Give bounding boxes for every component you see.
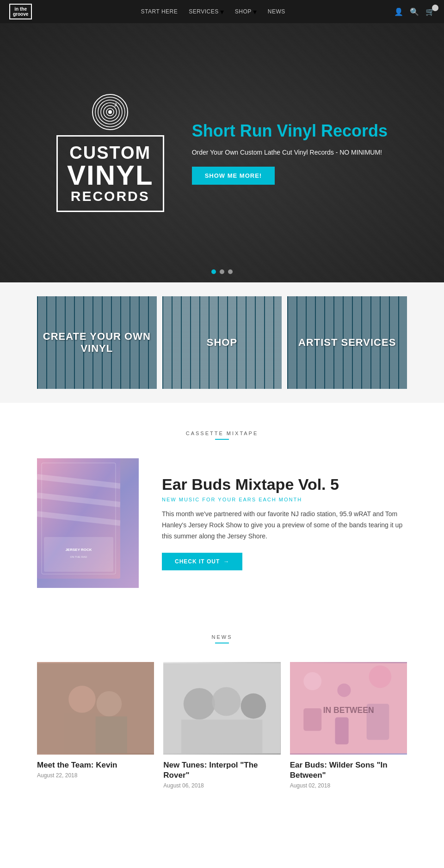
feature-section: CREATE YOUR OWNVINYL SHOP ARTIST SERVICE…: [0, 282, 444, 403]
feature-label-create-vinyl: CREATE YOUR OWNVINYL: [43, 331, 151, 355]
feature-label-artist-services: ARTIST SERVICES: [298, 337, 396, 349]
logo-line1: in the: [13, 6, 28, 12]
vinyl-logo-records: RECORDS: [67, 189, 154, 203]
feature-grid: CREATE YOUR OWNVINYL SHOP ARTIST SERVICE…: [37, 296, 407, 389]
news-card-title-1: Meet the Team: Kevin: [37, 760, 154, 770]
news-card-date-3: August 02, 2018: [290, 782, 407, 789]
svg-point-6: [108, 110, 112, 114]
news-card-3[interactable]: IN BETWEEN Ear Buds: Wilder Sons "In Bet…: [290, 662, 407, 789]
news-card-date-2: August 06, 2018: [163, 782, 280, 789]
news-img-svg-3: IN BETWEEN: [290, 662, 407, 755]
svg-point-17: [68, 686, 95, 712]
cassette-text-block: Ear Buds Mixtape Vol. 5 NEW MUSIC FOR YO…: [162, 476, 407, 571]
hero-cta-button[interactable]: SHOW ME MORE!: [192, 167, 275, 185]
nav-start-here[interactable]: START HERE: [141, 8, 178, 15]
svg-rect-13: [44, 537, 113, 572]
vinyl-logo-box: CUSTOM VINYL RECORDS: [56, 135, 164, 212]
svg-point-29: [369, 665, 391, 688]
cassette-cta-button[interactable]: CHECK IT OUT →: [162, 553, 242, 570]
chevron-down-icon: ▾: [220, 7, 224, 16]
cassette-section-underline: [215, 439, 229, 440]
svg-rect-19: [64, 713, 100, 754]
news-section-label: NEWS: [37, 634, 407, 640]
svg-text:ON THE RAD: ON THE RAD: [70, 556, 88, 558]
account-icon[interactable]: 👤: [394, 7, 403, 16]
cassette-section: CASSETTE MIXTAPE: [0, 403, 444, 611]
svg-text:JERSEY ROCK: JERSEY ROCK: [65, 548, 92, 552]
news-card-title-2: New Tunes: Interpol "The Rover": [163, 760, 280, 781]
svg-text:♪: ♪: [114, 100, 117, 108]
hero-background: ♪ CUSTOM VINYL RECORDS Short Run Vinyl R…: [0, 23, 444, 282]
news-card-date-1: August 22, 2018: [37, 772, 154, 779]
vinyl-logo-vinyl: VINYL: [67, 162, 154, 189]
vinyl-icon: ♪: [92, 94, 129, 131]
svg-point-23: [212, 687, 241, 716]
nav-news[interactable]: NEWS: [268, 8, 285, 15]
news-card-2[interactable]: New Tunes: Interpol "The Rover" August 0…: [163, 662, 280, 789]
cassette-subtitle: NEW MUSIC FOR YOUR EARS EACH MONTH: [162, 497, 407, 502]
slider-dot-2[interactable]: [220, 269, 224, 274]
arrow-icon: →: [223, 558, 229, 565]
svg-rect-30: [303, 708, 321, 731]
cassette-title: Ear Buds Mixtape Vol. 5: [162, 476, 407, 493]
news-card-title-3: Ear Buds: Wilder Sons "In Between": [290, 760, 407, 781]
search-icon[interactable]: 🔍: [410, 7, 419, 16]
news-image-2: [163, 662, 280, 755]
cassette-svg: JERSEY ROCK ON THE RAD: [37, 458, 120, 579]
feature-card-shop[interactable]: SHOP: [162, 296, 282, 389]
hero-subtitle: Order Your Own Custom Lathe Cut Vinyl Re…: [192, 148, 388, 157]
site-logo[interactable]: in the groove: [9, 4, 32, 19]
nav-shop[interactable]: SHOP ▾: [235, 7, 257, 16]
news-img-svg-1: [37, 662, 154, 755]
svg-text:IN BETWEEN: IN BETWEEN: [323, 706, 374, 715]
hero-text-block: Short Run Vinyl Records Order Your Own C…: [192, 121, 388, 184]
svg-rect-25: [181, 719, 262, 753]
header-icons: 👤 🔍 🛒 0: [394, 7, 435, 16]
svg-point-27: [303, 672, 321, 690]
chevron-down-icon: ▾: [253, 7, 257, 16]
svg-point-18: [97, 691, 122, 717]
slider-dot-1[interactable]: [211, 269, 216, 274]
news-image-3: IN BETWEEN: [290, 662, 407, 755]
svg-rect-20: [96, 717, 127, 754]
hero-logo-box: ♪ CUSTOM VINYL RECORDS: [56, 94, 164, 212]
nav-services[interactable]: SERVICES ▾: [189, 7, 223, 16]
cart-count: 0: [432, 5, 438, 11]
svg-point-24: [241, 693, 266, 719]
svg-point-28: [337, 683, 351, 697]
vinyl-logo-custom: CUSTOM: [67, 144, 154, 162]
cassette-description: This month we've partnered with our favo…: [162, 509, 407, 542]
hero-title: Short Run Vinyl Records: [192, 121, 388, 141]
cassette-section-label: CASSETTE MIXTAPE: [37, 431, 407, 436]
site-header: in the groove START HERE SERVICES ▾ SHOP…: [0, 0, 444, 23]
slider-dot-3[interactable]: [228, 269, 233, 274]
svg-point-22: [184, 688, 215, 719]
cassette-content: JERSEY ROCK ON THE RAD Ear Buds Mixtape …: [37, 458, 407, 588]
svg-rect-31: [335, 717, 348, 744]
cart-icon[interactable]: 🛒 0: [426, 7, 435, 16]
logo-line2: groove: [13, 12, 28, 17]
news-grid: Meet the Team: Kevin August 22, 2018 New…: [37, 662, 407, 789]
cassette-section-header: CASSETTE MIXTAPE: [37, 431, 407, 440]
slider-dots: [211, 269, 233, 274]
feature-card-create-vinyl[interactable]: CREATE YOUR OWNVINYL: [37, 296, 157, 389]
news-card-1[interactable]: Meet the Team: Kevin August 22, 2018: [37, 662, 154, 789]
news-img-svg-2: [163, 662, 280, 755]
news-section: NEWS Meet the Team: Kevin August 22, 201…: [0, 611, 444, 817]
news-image-1: [37, 662, 154, 755]
hero-section: ♪ CUSTOM VINYL RECORDS Short Run Vinyl R…: [0, 23, 444, 282]
news-section-header: NEWS: [37, 634, 407, 643]
cassette-image: JERSEY ROCK ON THE RAD: [37, 458, 139, 588]
feature-label-shop: SHOP: [207, 337, 237, 349]
main-nav: START HERE SERVICES ▾ SHOP ▾ NEWS: [141, 7, 285, 16]
feature-card-artist-services[interactable]: ARTIST SERVICES: [287, 296, 407, 389]
news-section-underline: [215, 643, 229, 643]
